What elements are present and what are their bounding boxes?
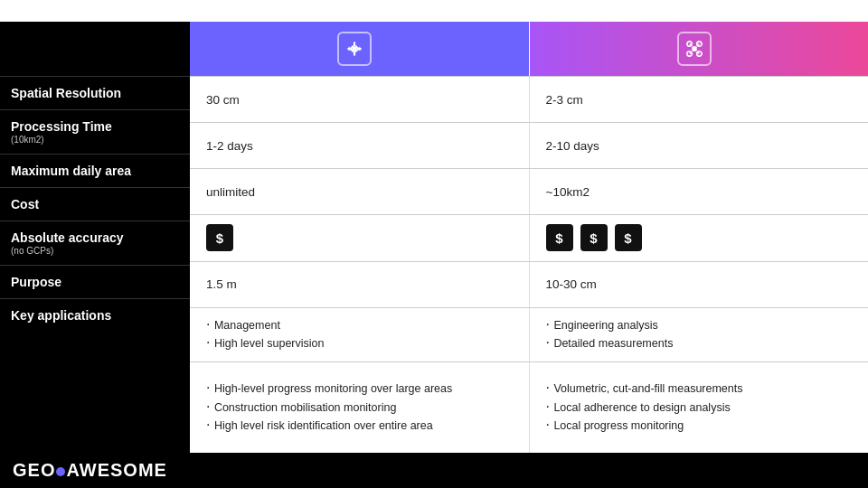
label-cell-6: Key applications [0,298,190,332]
drone-list-item-5-1: Detailed measurements [546,334,853,353]
table-wrapper: Spatial ResolutionProcessing Time(10km2)… [0,22,868,453]
sat-list-6: High-level progress monitoring over larg… [206,380,513,436]
row-label-5: Purpose [11,275,179,289]
dollar-badge-drone-0: $ [546,224,573,251]
drone-list-item-5-0: Engineering analysis [546,316,853,335]
sat-cell-5: ManagementHigh level supervision [190,308,530,361]
sat-list-item-6-1: Construction mobilisation monitoring [206,399,513,418]
drone-value-1: 2-10 days [546,139,853,153]
label-cell-1: Processing Time(10km2) [0,109,190,154]
drone-list-item-6-2: Local progress monitoring [546,417,853,436]
label-cell-2: Maximum daily area [0,154,190,187]
sat-cell-4: 1.5 m [190,262,530,307]
data-row-6: High-level progress monitoring over larg… [190,361,868,453]
drone-cost-3: $$$ [546,224,853,251]
sat-cell-2: unlimited [190,169,530,214]
data-columns: 30 cm2-3 cm1-2 days2-10 daysunlimited~10… [190,22,868,453]
svg-line-15 [689,52,691,53]
drone-cell-6: Volumetric, cut-and-fill measurementsLoc… [530,362,869,453]
label-cell-0: Spatial Resolution [0,76,190,109]
sat-list-item-6-2: High level risk identification over enti… [206,417,513,436]
title-area [0,0,868,22]
label-column: Spatial ResolutionProcessing Time(10km2)… [0,22,190,453]
dollar-badge-sat: $ [206,224,233,251]
sat-list-item-6-0: High-level progress monitoring over larg… [206,380,513,399]
satellite-header [190,22,530,76]
svg-rect-0 [353,47,356,51]
drone-list-item-6-0: Volumetric, cut-and-fill measurements [546,380,853,399]
label-cell-3: Cost [0,187,190,221]
logo-geo: GEO [13,460,55,480]
row-label-4: Absolute accuracy [11,230,179,245]
sat-list-item-5-0: Management [206,316,513,335]
drone-list-6: Volumetric, cut-and-fill measurementsLoc… [546,380,853,436]
sat-cell-6: High-level progress monitoring over larg… [190,362,530,453]
footer-logo: GEOAWESOME [13,460,167,481]
dollar-badge-drone-1: $ [580,224,608,251]
svg-rect-12 [692,46,696,51]
sat-value-2: unlimited [206,185,513,199]
drone-cell-3: $$$ [530,215,869,260]
dollar-badge-drone-2: $ [615,224,642,251]
svg-line-14 [697,44,699,46]
logo-awesome: AWESOME [66,460,166,480]
drone-cell-5: Engineering analysisDetailed measurement… [530,308,869,361]
sat-cell-0: 30 cm [190,77,530,122]
drone-value-2: ~10km2 [546,185,853,199]
sat-value-1: 1-2 days [206,139,513,153]
sat-list-5: ManagementHigh level supervision [206,316,513,353]
sat-value-0: 30 cm [206,93,513,107]
row-label-2: Maximum daily area [11,164,179,178]
label-cell-4: Absolute accuracy(no GCPs) [0,221,190,265]
drone-icon [677,32,712,66]
sat-value-4: 1.5 m [206,277,513,291]
drone-list-item-6-1: Local adherence to design analysis [546,399,853,418]
data-row-3: $$$$ [190,214,868,260]
drone-value-4: 10-30 cm [546,277,853,291]
row-label-1: Processing Time [11,119,179,134]
data-header [190,22,868,76]
sat-list-item-5-1: High level supervision [206,334,513,353]
sat-cost-3: $ [206,224,513,251]
data-row-4: 1.5 m10-30 cm [190,261,868,307]
data-row-0: 30 cm2-3 cm [190,76,868,122]
row-sublabel-4: (no GCPs) [11,246,179,256]
svg-rect-6 [349,47,351,51]
drone-header [530,22,869,76]
row-sublabel-1: (10km2) [11,135,179,145]
sat-cell-1: 1-2 days [190,123,530,168]
data-row-5: ManagementHigh level supervisionEngineer… [190,307,868,361]
data-rows: 30 cm2-3 cm1-2 days2-10 daysunlimited~10… [190,76,868,453]
drone-cell-1: 2-10 days [530,123,869,168]
satellite-icon [337,32,372,66]
svg-rect-7 [359,47,361,51]
data-row-1: 1-2 days2-10 days [190,122,868,168]
svg-line-16 [697,52,699,53]
label-cell-5: Purpose [0,265,190,298]
logo-dot [56,467,65,476]
drone-cell-0: 2-3 cm [530,77,869,122]
drone-cell-2: ~10km2 [530,169,869,214]
drone-value-0: 2-3 cm [546,93,853,107]
footer: GEOAWESOME [0,453,868,488]
row-label-3: Cost [11,197,179,211]
drone-cell-4: 10-30 cm [530,262,869,307]
sat-cell-3: $ [190,215,530,260]
label-cells: Spatial ResolutionProcessing Time(10km2)… [0,76,190,332]
svg-line-13 [689,44,691,46]
drone-list-5: Engineering analysisDetailed measurement… [546,316,853,353]
row-label-6: Key applications [11,308,179,323]
header-spacer [0,22,190,76]
data-row-2: unlimited~10km2 [190,168,868,214]
row-label-0: Spatial Resolution [11,86,179,100]
